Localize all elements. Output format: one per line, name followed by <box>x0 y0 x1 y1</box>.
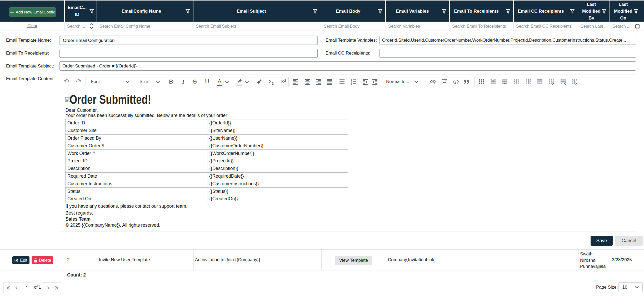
svg-text:3: 3 <box>351 83 352 85</box>
